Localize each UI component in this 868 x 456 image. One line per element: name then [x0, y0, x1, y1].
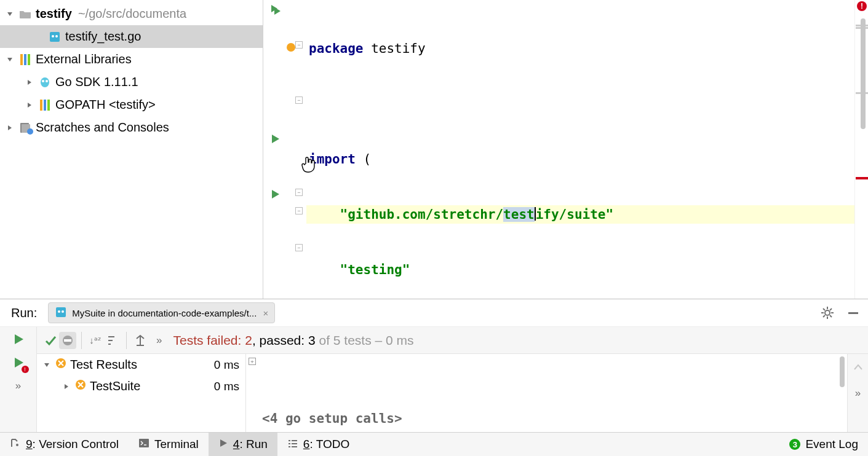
chevron-down-icon[interactable] [5, 55, 15, 65]
svg-line-26 [830, 315, 832, 317]
expand-fold-icon[interactable]: + [249, 358, 256, 365]
error-stripe[interactable]: ! [854, 0, 868, 299]
status-event-log[interactable]: 3 Event Log [779, 433, 868, 456]
todo-icon [287, 438, 298, 452]
gopath-node[interactable]: GOPATH <testify> [0, 93, 263, 116]
show-ignored-toggle[interactable] [59, 332, 76, 349]
chevron-right-icon[interactable] [62, 382, 71, 391]
svg-point-20 [825, 310, 830, 315]
more-icon[interactable]: » [850, 385, 867, 402]
fold-handle[interactable]: − [295, 189, 303, 196]
scratches-label: Scratches and Consoles [36, 120, 169, 135]
console-setup-line: <4 go setup calls> [262, 411, 402, 426]
chevron-down-icon[interactable] [42, 360, 52, 370]
project-tool-window[interactable]: testify ~/go/src/documenta testify_test.… [0, 0, 263, 299]
test-status-text: Tests failed: 2, passed: 3 of 5 tests – … [173, 333, 413, 348]
scratches-node[interactable]: Scratches and Consoles [0, 116, 263, 139]
test-results-root[interactable]: Test Results 0 ms [37, 354, 245, 375]
scratches-icon [18, 122, 32, 133]
go-file-icon [55, 307, 67, 320]
rerun-button[interactable] [10, 331, 27, 348]
chevron-right-icon[interactable] [5, 123, 15, 133]
status-vcs[interactable]: 9: Version Control [0, 433, 129, 456]
fold-handle[interactable]: − [295, 207, 303, 214]
status-terminal-label: Terminal [154, 438, 199, 451]
run-struct-gutter-icon[interactable] [268, 132, 283, 146]
run-label: Run: [11, 306, 37, 320]
svg-rect-34 [108, 336, 114, 337]
editor-gutter[interactable]: − − − − − [263, 0, 306, 299]
run-file-gutter-icon[interactable] [268, 2, 283, 17]
chevron-down-icon[interactable] [5, 9, 15, 19]
status-run[interactable]: 4: Run [209, 433, 277, 456]
sort-alpha-button[interactable]: ↓ᵃᶻ [87, 332, 104, 349]
project-root-node[interactable]: testify ~/go/src/documenta [0, 2, 263, 25]
console-right-toolbar: » [847, 354, 868, 432]
svg-marker-46 [220, 439, 227, 447]
external-libraries-node[interactable]: External Libraries [0, 48, 263, 71]
fold-handle[interactable]: − [295, 244, 303, 251]
play-icon [218, 438, 228, 451]
svg-line-27 [823, 315, 825, 317]
library-icon [38, 100, 52, 111]
svg-rect-49 [289, 443, 290, 444]
go-sdk-node[interactable]: Go SDK 1.11.1 [0, 71, 263, 93]
expand-all-button[interactable] [132, 332, 149, 349]
scroll-up-icon[interactable] [850, 359, 867, 376]
minimize-icon[interactable] [845, 304, 862, 321]
run-left-toolbar: ! » [0, 327, 37, 432]
fold-handle[interactable]: − [295, 96, 303, 104]
test-node-label: TestSuite [90, 379, 140, 393]
svg-marker-16 [272, 190, 279, 199]
svg-rect-29 [848, 312, 858, 314]
svg-point-7 [42, 80, 44, 82]
run-header: Run: MySuite in documentation-code-examp… [0, 299, 868, 327]
chevron-right-icon[interactable] [25, 100, 34, 110]
test-toolbar: ↓ᵃᶻ » Tests failed: 2, passed: 3 of 5 te… [37, 327, 868, 354]
close-tab-button[interactable]: × [263, 308, 268, 318]
editor[interactable]: − − − − − package testify import ( "gith… [263, 0, 868, 299]
run-config-tab-label: MySuite in documentation-code-examples/t… [72, 308, 257, 318]
svg-rect-17 [56, 307, 66, 317]
code-area[interactable]: package testify import ( "github.com/str… [306, 0, 854, 299]
svg-point-6 [41, 77, 49, 87]
run-config-tab[interactable]: MySuite in documentation-code-examples/t… [48, 302, 275, 323]
file-node-testify-test[interactable]: testify_test.go [0, 25, 263, 48]
svg-point-18 [58, 310, 60, 313]
error-indicator-icon[interactable]: ! [857, 1, 867, 11]
svg-rect-48 [292, 440, 297, 441]
separator [126, 332, 127, 349]
code-string: "testing" [340, 262, 410, 277]
separator [81, 332, 82, 349]
fold-handle[interactable]: − [295, 41, 303, 49]
stripe-error-mark[interactable] [856, 177, 868, 179]
svg-marker-41 [65, 384, 68, 389]
code-string: "github.com/stretchr/ [340, 207, 504, 222]
scrollbar-thumb[interactable] [840, 356, 845, 387]
test-results-tree[interactable]: Test Results 0 ms TestSuite 0 ms [37, 354, 246, 432]
rerun-failed-button[interactable]: ! [10, 354, 27, 371]
svg-marker-15 [272, 135, 279, 143]
warning-dot-icon[interactable] [287, 43, 295, 52]
test-console[interactable]: + <4 go setup calls> === RUN TestSuite -… [246, 354, 847, 432]
code-text: testify [364, 41, 426, 56]
test-node-time: 0 ms [214, 380, 239, 393]
show-passed-toggle[interactable] [42, 332, 59, 349]
svg-marker-39 [44, 363, 49, 367]
status-terminal[interactable]: Terminal [129, 433, 209, 456]
chevron-right-icon[interactable] [25, 77, 34, 87]
scrollbar-thumb[interactable] [861, 18, 866, 129]
status-todo[interactable]: 6: TODO [277, 433, 359, 456]
svg-rect-52 [292, 446, 297, 447]
more-icon[interactable]: » [156, 334, 162, 347]
terminal-icon [138, 438, 149, 452]
run-test-gutter-icon[interactable] [268, 187, 283, 202]
settings-icon[interactable] [819, 304, 836, 321]
test-suite-node[interactable]: TestSuite 0 ms [37, 375, 245, 397]
svg-marker-5 [28, 80, 31, 85]
fold-column[interactable]: − − − − − [295, 0, 304, 299]
sort-duration-button[interactable] [104, 332, 121, 349]
code-text: ( [356, 152, 371, 167]
svg-marker-31 [15, 358, 23, 368]
more-icon[interactable]: » [10, 377, 27, 395]
